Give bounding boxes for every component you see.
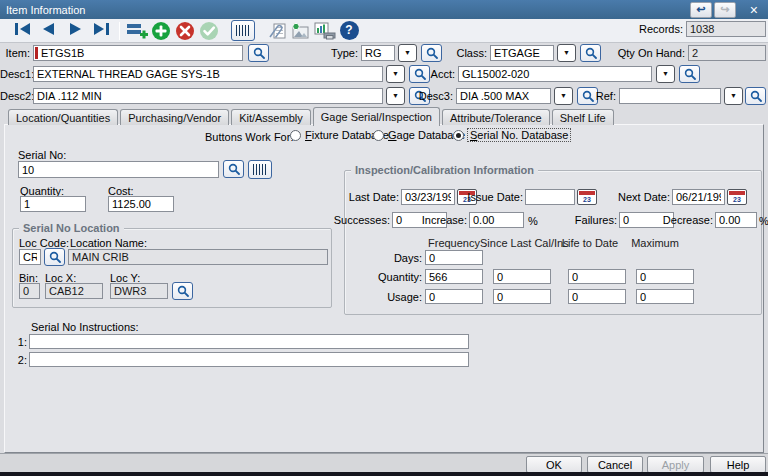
inspection-calibration-title: Inspection/Calibration Information <box>351 164 538 176</box>
quantity-since-last-field[interactable] <box>493 269 551 284</box>
desc1-field[interactable] <box>33 66 383 82</box>
last-date-field[interactable] <box>401 189 455 205</box>
acct-dropdown-button[interactable]: ▼ <box>656 65 675 83</box>
redo-arrow-icon: ↪ <box>720 3 729 15</box>
radio-label: Serial No. Database <box>468 129 570 141</box>
ref-field[interactable] <box>619 88 721 104</box>
since-last-cal-ins-column-header: Since Last Cal/Ins <box>480 237 564 249</box>
type-field[interactable] <box>361 45 395 61</box>
search-icon <box>684 68 696 80</box>
check-icon <box>199 21 219 41</box>
instruction-line2-label: 2: <box>14 354 27 366</box>
failures-label: Failures: <box>562 214 617 226</box>
desc1-dropdown-button[interactable]: ▼ <box>386 65 405 83</box>
class-search-button[interactable] <box>580 44 601 62</box>
item-label: Item: <box>2 47 30 59</box>
confirm-button[interactable] <box>197 20 221 41</box>
ref-dropdown-button[interactable]: ▼ <box>724 87 743 105</box>
issue-date-calendar-button[interactable]: 23 <box>577 189 597 205</box>
previous-record-icon <box>40 22 58 36</box>
search-icon <box>253 47 265 59</box>
usage-row-label: Usage: <box>375 291 422 303</box>
tab-kit-assembly[interactable]: Kit/Assembly <box>231 109 311 125</box>
loc-code-field[interactable] <box>19 249 41 265</box>
desc3-field[interactable] <box>456 88 551 104</box>
cost-field[interactable] <box>108 196 174 212</box>
new-record-button[interactable] <box>125 20 149 41</box>
last-record-button[interactable] <box>88 21 114 41</box>
next-record-button[interactable] <box>62 21 88 41</box>
decrease-label: Decrease: <box>658 214 713 226</box>
usage-frequency-field[interactable] <box>425 289 483 304</box>
apply-button[interactable]: Apply <box>647 456 704 473</box>
help-footer-button[interactable]: Help <box>710 456 766 473</box>
tab-purchasing-vendor[interactable]: Purchasing/Vendor <box>120 109 229 125</box>
quantity-field[interactable] <box>20 196 86 212</box>
quantity-frequency-field[interactable] <box>425 269 483 284</box>
successes-label: Successes: <box>332 214 390 226</box>
first-record-button[interactable] <box>10 21 36 41</box>
serial-no-field[interactable] <box>18 161 219 178</box>
add-icon <box>151 21 171 41</box>
serial-no-search-button[interactable] <box>223 160 244 178</box>
tab-shelf-life[interactable]: Shelf Life <box>552 109 614 125</box>
desc3-dropdown-button[interactable]: ▼ <box>554 87 573 105</box>
type-search-button[interactable] <box>421 44 442 62</box>
class-field[interactable] <box>490 45 554 61</box>
item-field[interactable] <box>33 45 243 61</box>
desc1-label: Desc1: <box>0 68 30 80</box>
help-button[interactable]: ? <box>337 20 361 41</box>
instruction-line2-field[interactable] <box>29 352 469 367</box>
decrease-field[interactable] <box>715 212 757 228</box>
search-icon <box>426 47 438 59</box>
cancel-button[interactable]: Cancel <box>587 456 643 473</box>
add-button[interactable] <box>149 20 173 41</box>
desc2-label: Desc2: <box>0 90 30 102</box>
desc2-dropdown-button[interactable]: ▼ <box>386 87 405 105</box>
quantity-life-to-date-field[interactable] <box>568 269 626 284</box>
image-button[interactable] <box>289 20 313 41</box>
next-record-icon <box>66 22 84 36</box>
quantity-maximum-field[interactable] <box>636 269 694 284</box>
desc2-field[interactable] <box>33 88 383 104</box>
undo-arrow-icon: ↩ <box>696 3 705 15</box>
ok-button[interactable]: OK <box>526 456 582 473</box>
issue-date-field[interactable] <box>525 189 575 205</box>
loc-code-search-button[interactable] <box>44 248 65 266</box>
acct-field[interactable] <box>458 66 652 82</box>
item-search-button[interactable] <box>248 44 269 62</box>
usage-since-last-field[interactable] <box>493 289 551 304</box>
class-dropdown-button[interactable]: ▼ <box>557 44 576 62</box>
first-record-icon <box>14 22 32 36</box>
tab-location-quantities[interactable]: Location/Quantities <box>8 109 118 125</box>
serial-no-barcode-button[interactable] <box>248 160 272 179</box>
increase-field[interactable] <box>469 212 524 228</box>
next-date-label: Next Date: <box>614 191 670 203</box>
next-date-field[interactable] <box>672 189 725 205</box>
usage-life-to-date-field[interactable] <box>568 289 626 304</box>
ref-search-button[interactable] <box>745 87 766 105</box>
acct-label: Acct: <box>425 68 455 80</box>
print-report-button[interactable] <box>313 20 337 41</box>
tab-attribute-tolerance[interactable]: Attribute/Tolerance <box>442 109 550 125</box>
instruction-line1-field[interactable] <box>29 334 469 349</box>
attachment-button[interactable] <box>265 20 289 41</box>
previous-record-button[interactable] <box>36 21 62 41</box>
days-frequency-field[interactable] <box>425 250 483 265</box>
delete-button[interactable] <box>173 20 197 41</box>
usage-maximum-field[interactable] <box>636 289 694 304</box>
location-search-button[interactable] <box>172 282 193 300</box>
barcode-button[interactable] <box>231 20 255 41</box>
radio-gage-database[interactable]: Gage Database <box>373 129 465 141</box>
radio-serial-no-database[interactable]: Serial No. Database <box>453 129 570 141</box>
tab-gage-serial-inspection[interactable]: Gage Serial/Inspection <box>313 107 440 126</box>
close-button[interactable]: × <box>750 2 758 18</box>
forward-button[interactable]: ↪ <box>714 2 736 18</box>
acct-search-button[interactable] <box>679 65 700 83</box>
type-dropdown-button[interactable]: ▼ <box>398 44 417 62</box>
next-date-calendar-button[interactable]: 23 <box>727 189 747 205</box>
back-button[interactable]: ↩ <box>690 2 712 18</box>
loc-y-field <box>110 283 168 299</box>
delete-icon <box>175 21 195 41</box>
serial-no-label: Serial No: <box>18 149 66 161</box>
